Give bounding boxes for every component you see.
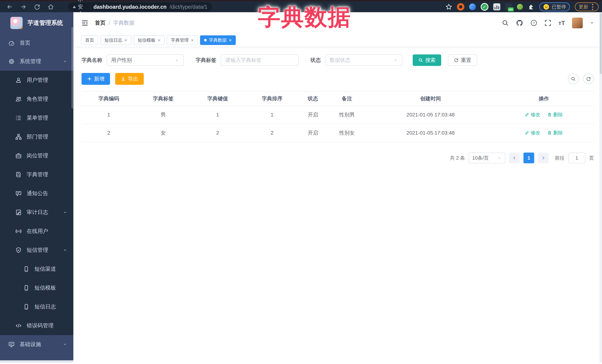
briefcase-icon — [15, 152, 22, 159]
extension-small-green-icon[interactable] — [517, 4, 523, 10]
next-page-button[interactable] — [538, 153, 549, 163]
close-icon[interactable]: × — [229, 38, 232, 42]
sidebar-item-system[interactable]: 系统管理 — [0, 52, 73, 71]
page-size-select[interactable]: 10条/页 — [469, 153, 505, 163]
tab-label: 字典数据 — [209, 37, 227, 43]
url-host: dashboard.yudao.iocoder.cn — [93, 4, 167, 10]
address-bar[interactable]: 不安全 dashboard.yudao.iocoder.cn /dict/typ… — [68, 2, 212, 11]
edit-link[interactable]: 修改 — [525, 112, 540, 118]
cell-status: 开启 — [299, 124, 327, 142]
table-row: 2 女 2 2 开启 性别女 2021-01-05 17:03:48 修改 — [82, 124, 594, 142]
sidebar-item-roles[interactable]: 角色管理 — [0, 90, 73, 108]
sidebar-bottom-strip — [0, 360, 73, 363]
status-label: 状态 — [311, 57, 321, 64]
trash-icon — [547, 112, 552, 117]
tab-sms-template[interactable]: 短信模板 × — [134, 35, 164, 45]
goto-page-input[interactable] — [568, 153, 585, 163]
page-scrollbar[interactable] — [599, 12, 602, 363]
delete-link[interactable]: 删除 — [547, 112, 563, 118]
dict-data-table: 字典编码 字典标签 字典键值 字典排序 状态 备注 创建时间 操作 1 男 1 — [82, 92, 594, 142]
search-icon — [571, 76, 576, 82]
tab-label: 短信模板 — [138, 37, 155, 43]
search-button[interactable]: 搜索 — [413, 54, 441, 66]
sidebar-item-notices[interactable]: 通知公告 — [0, 184, 73, 203]
extension-orange-icon[interactable] — [457, 3, 464, 10]
delete-link[interactable]: 删除 — [547, 130, 563, 136]
collapse-sidebar-icon[interactable] — [81, 19, 88, 27]
filter-form: 字典名称 用户性别 字典标签 状态 数据状态 — [82, 54, 594, 66]
tab-home[interactable]: 首页 — [81, 35, 98, 45]
close-icon[interactable]: × — [191, 38, 194, 42]
sidebar-item-infrastructure[interactable]: 基础设施 — [0, 335, 73, 354]
sidebar-item-home[interactable]: 首页 — [0, 34, 73, 52]
reset-label: 重置 — [461, 57, 471, 64]
emoji-avatar-icon — [543, 4, 549, 10]
tab-label: 短信日志 — [105, 37, 122, 43]
extension-on-icon[interactable]: on — [505, 3, 512, 10]
page-number-1[interactable]: 1 — [524, 153, 534, 163]
export-label: 导出 — [128, 75, 138, 82]
browser-home-icon[interactable] — [47, 3, 55, 11]
sidebar-item-online-users[interactable]: 在线用户 — [0, 222, 73, 241]
add-button[interactable]: 新增 — [82, 73, 110, 85]
browser-reload-icon[interactable] — [33, 3, 41, 11]
sidebar-item-sms-template[interactable]: 短信模板 — [0, 279, 73, 297]
extension-blue-icon[interactable] — [469, 3, 476, 10]
breadcrumb-home[interactable]: 首页 — [95, 19, 106, 27]
dict-name-label: 字典名称 — [82, 57, 102, 64]
toggle-search-button[interactable] — [568, 73, 579, 84]
status-placeholder: 数据状态 — [330, 57, 350, 64]
update-label: 更新 — [579, 4, 588, 10]
edit-label: 修改 — [531, 130, 540, 136]
sidebar-item-sms[interactable]: 短信管理 — [0, 241, 73, 260]
tab-sms-log[interactable]: 短信日志 × — [100, 35, 131, 45]
avatar-caret-icon[interactable] — [590, 21, 594, 25]
app-logo[interactable]: 芋道管理系统 — [0, 12, 73, 34]
bookmark-star-icon[interactable] — [445, 3, 452, 10]
dict-name-value: 用户性别 — [111, 57, 132, 64]
table-header-row: 字典编码 字典标签 字典键值 字典排序 状态 备注 创建时间 操作 — [82, 92, 594, 106]
user-avatar[interactable] — [572, 18, 583, 28]
sidebar-item-error-codes[interactable]: 错误码管理 — [0, 316, 73, 335]
browser-profile-chip[interactable]: 已暂停 — [539, 2, 570, 11]
extension-bars-icon[interactable] — [493, 3, 500, 10]
status-select[interactable]: 数据状态 — [325, 54, 402, 66]
tab-dict-data[interactable]: 字典数据 × — [200, 35, 236, 45]
search-icon[interactable] — [502, 20, 509, 26]
cell-code: 1 — [82, 106, 136, 124]
extension-green-check-icon[interactable]: ✓ — [481, 3, 488, 11]
scrollbar-thumb[interactable] — [600, 13, 602, 74]
sidebar-item-dictionary[interactable]: 字典管理 — [0, 165, 73, 184]
refresh-table-button[interactable] — [583, 73, 594, 84]
browser-menu-icon[interactable] — [591, 4, 595, 10]
tab-dict-manage[interactable]: 字典管理 × — [167, 35, 198, 45]
sidebar-item-audit-log[interactable]: 审计日志 — [0, 203, 73, 222]
dict-tag-input[interactable] — [221, 54, 299, 66]
export-button[interactable]: 导出 — [115, 73, 144, 85]
close-icon[interactable]: × — [158, 38, 161, 42]
sidebar-scrollbar[interactable] — [72, 27, 73, 108]
font-size-icon[interactable]: ᴛT — [559, 20, 565, 26]
cell-actions: 修改 删除 — [494, 124, 594, 142]
sidebar-item-menus[interactable]: 菜单管理 — [0, 108, 73, 127]
prev-page-button[interactable] — [509, 153, 520, 163]
users-icon — [15, 96, 22, 102]
sidebar-item-users[interactable]: 用户管理 — [0, 71, 73, 90]
extensions-puzzle-icon[interactable] — [528, 3, 534, 10]
close-icon[interactable]: × — [124, 38, 127, 42]
edit-link[interactable]: 修改 — [525, 130, 540, 136]
sidebar-item-departments[interactable]: 部门管理 — [0, 127, 73, 146]
dashboard-icon — [8, 40, 15, 46]
reset-button[interactable]: 重置 — [448, 54, 477, 66]
browser-update-button[interactable]: 更新 — [575, 2, 599, 11]
sidebar-item-sms-log[interactable]: 短信日志 — [0, 297, 73, 316]
browser-back-icon[interactable] — [6, 3, 14, 11]
sidebar-item-posts[interactable]: 岗位管理 — [0, 146, 73, 165]
dict-name-select[interactable]: 用户性别 — [107, 54, 184, 66]
sidebar-item-sms-channel[interactable]: 短信渠道 — [0, 260, 73, 279]
browser-forward-icon[interactable] — [19, 3, 27, 11]
search-icon — [418, 58, 423, 62]
github-icon[interactable] — [516, 19, 523, 27]
help-icon[interactable]: ? — [530, 20, 537, 26]
fullscreen-icon[interactable] — [544, 20, 551, 26]
